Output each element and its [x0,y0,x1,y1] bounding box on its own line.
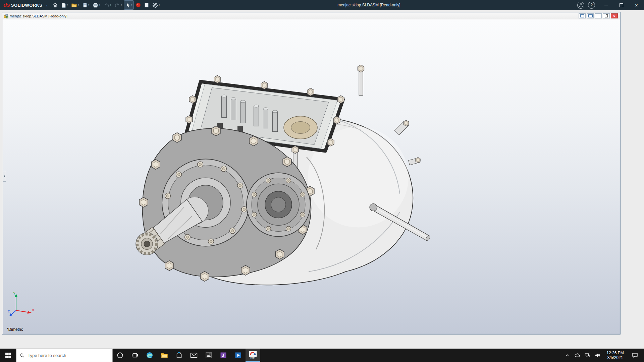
taskbar-app-file-explorer[interactable] [157,349,172,362]
file-properties-icon [144,2,149,8]
person-icon [579,3,583,7]
hidden-icons-chevron[interactable] [562,349,572,362]
doc-close-button[interactable]: × [611,13,618,18]
tray-network[interactable] [582,349,592,362]
maximize-icon [620,3,623,7]
clock-time: 12:26 PM [606,351,624,355]
dassault-mark: ds [3,2,10,8]
toolbar-flyout-icon[interactable]: › [46,3,47,8]
document-window-controls: × [579,13,619,18]
taskbar-task-view[interactable] [127,349,142,362]
dropdown-caret-icon[interactable]: ▾ [131,4,132,6]
cloud-icon [575,353,580,357]
taskbar-app-media-player[interactable] [216,349,231,362]
orientation-triad: y x z [8,290,36,318]
dropdown-caret-icon[interactable]: ▾ [67,4,68,6]
doc-minimize-button[interactable] [595,13,602,18]
windows-taskbar: 2021 12:26 PM 3/5/2021 [0,349,644,362]
triad-y-label: y [13,291,15,295]
minimize-icon [597,17,600,17]
taskbar-app-solidworks-2021[interactable]: 2021 [246,349,260,362]
taskbar-app-video[interactable] [231,349,246,362]
taskbar-app-edge[interactable] [142,349,157,362]
doc-pane-button-2[interactable] [587,13,594,18]
options-gear-icon [152,2,158,8]
restore-icon [605,15,608,17]
home-button[interactable] [51,1,59,9]
doc-pane-button-1[interactable] [579,13,586,18]
tray-volume[interactable] [592,349,602,362]
undo-icon [104,3,109,8]
maximize-button[interactable] [614,0,629,10]
solidworks-version-badge: 2021 [250,357,256,360]
new-document-icon [61,2,66,8]
start-button[interactable] [0,349,16,362]
minimize-icon [604,5,608,5]
dropdown-caret-icon[interactable]: ▾ [110,4,111,6]
help-icon[interactable]: ? [588,2,595,9]
action-center-button[interactable] [628,349,642,362]
lifecycle-button[interactable] [134,1,142,9]
taskbar-search[interactable] [16,349,113,362]
undo-button[interactable]: ▾ [102,1,113,9]
taskbar-clock[interactable]: 12:26 PM 3/5/2021 [602,349,628,362]
taskbar-app-store[interactable] [172,349,186,362]
redo-icon [114,3,120,8]
cortana-icon [117,352,123,359]
mail-icon [190,353,198,358]
dropdown-caret-icon[interactable]: ▾ [88,4,90,6]
redo-button[interactable]: ▾ [113,1,123,9]
cover-plate-boss[interactable] [247,173,310,237]
home-icon [52,2,58,8]
taskbar-app-mail[interactable] [186,349,201,362]
chevron-up-icon [565,354,569,357]
app-titlebar: ds SOLIDWORKS › ▾ ▾ [0,0,644,10]
user-account-icon[interactable] [577,2,584,9]
video-app-icon [235,352,241,359]
triad-x-label: x [32,308,34,312]
open-folder-icon [71,3,77,8]
split-pane-icon [588,14,593,17]
quick-access-toolbar: ▾ ▾ ▾ ▾ [51,0,162,10]
save-button[interactable]: ▾ [81,1,91,9]
minimize-button[interactable] [599,0,614,10]
print-button[interactable]: ▾ [91,1,102,9]
dropdown-caret-icon[interactable]: ▾ [159,4,160,6]
tray-cloud[interactable] [572,349,582,362]
select-cursor-icon [125,2,130,8]
assembly-document-icon [4,14,8,18]
featuremanager-splitter[interactable] [3,171,6,182]
search-input[interactable] [27,353,109,358]
open-button[interactable]: ▾ [70,1,80,9]
close-icon: × [613,14,615,18]
options-button[interactable]: ▾ [151,1,161,9]
graphics-viewport[interactable]: y x z *Dimetric [3,19,620,334]
action-center-icon [632,353,638,358]
volume-icon [595,353,600,358]
lifecycle-red-ball-icon [136,2,141,8]
cad-model-gearbox[interactable] [3,19,620,334]
media-player-icon [220,352,227,359]
synchro-ring[interactable] [284,116,317,139]
chevron-left-icon [3,175,5,178]
windows-logo-icon [5,353,11,358]
doc-restore-button[interactable] [603,13,610,18]
app-title: menjac sklop.SLDASM [Read-only] [181,3,557,7]
new-document-button[interactable]: ▾ [60,1,69,9]
file-properties-button[interactable] [143,1,150,9]
save-icon [83,3,88,8]
document-title: menjac sklop.SLDASM [Read-only] [10,14,67,18]
show-desktop-button[interactable] [642,349,644,362]
select-tool-button[interactable]: ▾ [124,1,134,9]
close-button[interactable]: × [629,0,644,10]
close-icon: × [635,2,638,8]
photos-icon [205,352,212,359]
dropdown-caret-icon[interactable]: ▾ [121,4,122,6]
pane-icon [580,14,584,17]
dropdown-caret-icon[interactable]: ▾ [78,4,79,6]
taskbar-app-cortana[interactable] [113,349,127,362]
dropdown-caret-icon[interactable]: ▾ [99,4,100,6]
taskbar-spacer [260,349,562,362]
document-titlebar[interactable]: menjac sklop.SLDASM [Read-only] × [2,12,620,19]
taskbar-app-photos[interactable] [201,349,216,362]
